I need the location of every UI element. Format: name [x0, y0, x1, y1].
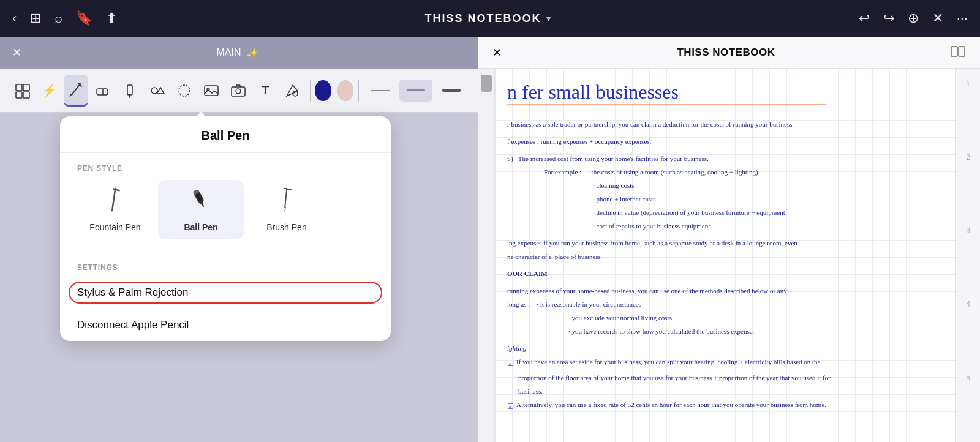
more-options-button[interactable]: ···: [957, 10, 968, 26]
nav-title-group: THISS NOTEBOOK ▾: [424, 12, 551, 25]
svg-rect-1: [23, 84, 29, 91]
thick-stroke-button[interactable]: [435, 80, 468, 102]
undo-button[interactable]: ↩: [859, 10, 870, 26]
bluetooth-icon: ⚡: [37, 75, 61, 107]
shapes-tool-button[interactable]: [145, 75, 170, 107]
line-3: S) The increased cost from using your ho…: [507, 152, 943, 165]
svg-line-19: [104, 189, 124, 210]
page-title-handwritten: n fer small businesses: [507, 81, 679, 103]
checkbox-row-2: ☑ Alternatively, you can use a fixed rat…: [507, 398, 943, 414]
line-13: · you exclude your normal living costs: [568, 311, 943, 324]
svg-marker-12: [157, 88, 164, 94]
close-button[interactable]: ✕: [932, 10, 943, 26]
notebook-title: THISS NOTEBOOK: [424, 12, 541, 25]
thin-stroke-button[interactable]: [364, 80, 397, 102]
svg-rect-2: [16, 92, 22, 98]
text-tool-button[interactable]: T: [253, 75, 277, 107]
svg-line-4: [72, 84, 80, 95]
toolbar-divider-1: [310, 80, 311, 102]
sidebar-header: ✕ MAIN ✨: [0, 37, 478, 69]
thick-line-indicator: [442, 89, 461, 92]
checkbox-text-2: Alternatively, you can use a fixed rate …: [516, 398, 826, 411]
notebook-header: ✕ THISS NOTEBOOK: [478, 37, 980, 69]
notebook-close-icon[interactable]: ✕: [492, 46, 502, 59]
line-7: · decline in value (depreciation) of you…: [593, 206, 943, 219]
page-body-text: r business as a sole trader or partnersh…: [507, 118, 943, 414]
bookmark-button[interactable]: 🔖: [76, 10, 92, 26]
image-tool-button[interactable]: [199, 75, 224, 107]
page-num-1: 1: [956, 75, 980, 148]
brush-pen-option[interactable]: Brush Pen: [244, 180, 330, 239]
grid-button[interactable]: ⊞: [30, 10, 41, 26]
thin-line-indicator: [371, 90, 390, 91]
title-underline: [507, 104, 826, 105]
line-lighting: ighting: [507, 342, 943, 355]
page-writing-area[interactable]: n fer small businesses r business as a s…: [495, 69, 956, 442]
expand-panel-button[interactable]: [951, 46, 965, 59]
svg-rect-3: [23, 92, 29, 98]
svg-rect-24: [959, 47, 965, 56]
dropdown-title: Ball Pen: [202, 129, 250, 143]
checkbox-text-1: If you have an area set aside for your b…: [516, 355, 820, 369]
eraser-tool-button[interactable]: [91, 75, 115, 107]
add-page-button[interactable]: ⊕: [908, 10, 919, 26]
camera-tool-button[interactable]: [226, 75, 251, 107]
notebook-area: ✕ THISS NOTEBOOK n fer small businesses: [478, 37, 980, 442]
medium-stroke-button[interactable]: [399, 80, 432, 102]
pen-style-row: Fountain Pen Ball Pen: [60, 180, 391, 252]
line-6: · phone + internet costs: [593, 192, 943, 206]
dropdown-header: Ball Pen: [60, 116, 391, 153]
stylus-setting-label: Stylus & Palm Rejection: [77, 287, 188, 298]
left-panel: ✕ MAIN ✨ ⚡: [0, 37, 478, 442]
pen-style-label: PEN STYLE: [60, 153, 391, 180]
brush-pen-icon: [270, 184, 304, 220]
pen-tool-button[interactable]: [64, 75, 88, 107]
page-num-5: 5: [956, 369, 980, 442]
fountain-pen-icon: [98, 184, 132, 220]
toolbar-divider-2: [358, 80, 359, 102]
line-1: r business as a sole trader or partnersh…: [507, 118, 943, 131]
notebook-panel-title: THISS NOTEBOOK: [677, 47, 775, 59]
notebook-view-button[interactable]: [10, 75, 34, 107]
line-14: · you have records to show how you calcu…: [568, 324, 943, 338]
redo-button[interactable]: ↪: [883, 10, 894, 26]
back-button[interactable]: ‹: [12, 10, 17, 26]
svg-point-11: [151, 88, 157, 94]
page-numbers-column: 1 2 3 4 5: [956, 69, 980, 442]
line-15: proportion of the floor area of your hom…: [518, 371, 943, 384]
page-num-3: 3: [956, 222, 980, 295]
stylus-palm-rejection-item[interactable]: Stylus & Palm Rejection: [60, 277, 391, 309]
color-picker-button[interactable]: [280, 75, 304, 107]
fountain-pen-option[interactable]: Fountain Pen: [72, 180, 158, 239]
line-11: running expenses of your home-based busi…: [507, 284, 943, 298]
svg-rect-23: [951, 47, 957, 56]
fountain-pen-label: Fountain Pen: [89, 222, 140, 232]
medium-line-indicator: [407, 89, 425, 91]
scroll-thumb[interactable]: [481, 75, 492, 92]
sidebar-title-group: MAIN ✨: [217, 47, 258, 59]
chevron-down-icon[interactable]: ▾: [546, 14, 551, 23]
marker-tool-button[interactable]: [118, 75, 143, 107]
main-area: ✕ MAIN ✨ ⚡: [0, 37, 980, 442]
search-button[interactable]: ⌕: [55, 10, 62, 26]
ball-pen-icon: [184, 184, 218, 220]
ball-pen-option[interactable]: Ball Pen: [158, 180, 244, 239]
svg-rect-9: [127, 85, 132, 95]
svg-point-13: [179, 85, 190, 96]
share-button[interactable]: ⬆: [106, 10, 117, 26]
svg-rect-7: [97, 89, 108, 95]
line-8: · cost of repairs to your business equip…: [593, 219, 943, 233]
svg-rect-0: [16, 84, 22, 91]
disconnect-pencil-item[interactable]: Disconnect Apple Pencil: [60, 309, 391, 341]
primary-color-swatch[interactable]: [315, 80, 331, 101]
line-2: f expenses : running expenses + occupanc…: [507, 135, 943, 148]
svg-line-22: [277, 189, 295, 208]
secondary-color-swatch[interactable]: [337, 80, 354, 101]
notebook-content: n fer small businesses r business as a s…: [478, 69, 980, 442]
sparkle-icon: ✨: [246, 47, 258, 59]
sidebar-close-icon[interactable]: ✕: [12, 46, 21, 59]
line-4: For example : · the costs of using a roo…: [544, 165, 943, 179]
checkbox-row-1: ☑ If you have an area set aside for your…: [507, 355, 943, 371]
svg-point-17: [236, 89, 241, 94]
lasso-tool-button[interactable]: [172, 75, 197, 107]
